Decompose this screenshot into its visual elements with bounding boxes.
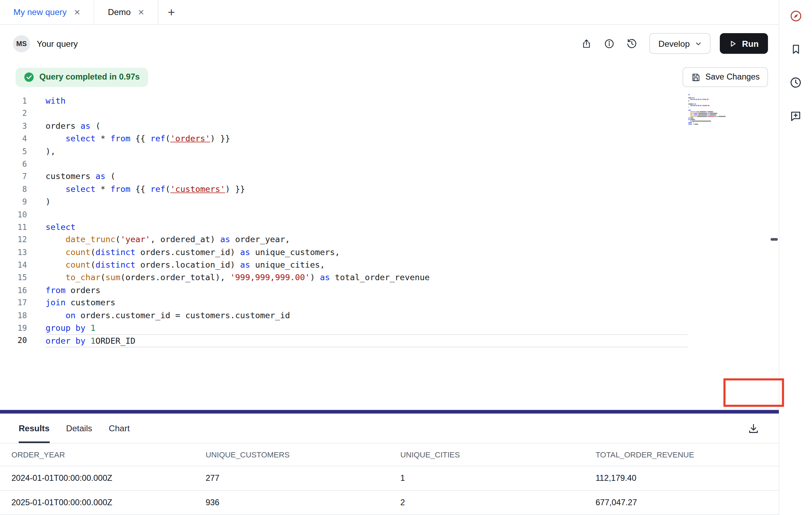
table-cell: 677,047.27	[584, 498, 779, 507]
panel-divider[interactable]	[0, 410, 779, 413]
line-number: 6	[0, 158, 27, 170]
status-message: Query completed in 0.97s	[39, 73, 140, 82]
save-label: Save Changes	[705, 73, 760, 82]
editor-line[interactable]: 13 count(distinct orders.customer_id) as…	[0, 246, 779, 259]
column-header: TOTAL_ORDER_REVENUE	[584, 450, 779, 459]
line-number: 19	[0, 322, 27, 335]
code-text: group by 1	[46, 322, 96, 335]
editor-line[interactable]: 10	[0, 208, 779, 221]
line-number: 1	[0, 95, 27, 107]
tab-bar: My new query ✕ Demo ✕ +	[0, 0, 779, 25]
table-row: 2024-01-01T00:00:00.000Z2771112,179.40	[0, 467, 779, 491]
editor-line[interactable]: 14 count(distinct orders.location_id) as…	[0, 259, 779, 271]
info-icon[interactable]	[603, 37, 615, 50]
editor-scroll-marker[interactable]	[770, 238, 778, 240]
code-text: on orders.customer_id = customers.custom…	[46, 309, 290, 322]
editor-line[interactable]: 6	[0, 158, 779, 170]
line-number: 15	[0, 271, 27, 284]
status-row: Query completed in 0.97s Save Changes	[0, 62, 779, 92]
new-tab-button[interactable]: +	[158, 0, 184, 24]
line-number: 11	[0, 221, 27, 233]
editor-line[interactable]: 5),	[0, 145, 779, 158]
code-text: select	[46, 221, 76, 233]
develop-label: Develop	[658, 39, 690, 48]
table-cell: 936	[194, 498, 389, 507]
line-number: 20	[0, 335, 27, 347]
editor-line[interactable]: 16from orders	[0, 284, 779, 297]
feedback-icon[interactable]	[788, 108, 803, 123]
app: My new query ✕ Demo ✕ + MS Your query	[0, 0, 812, 515]
tab-details[interactable]: Details	[66, 413, 92, 443]
share-icon[interactable]	[580, 37, 593, 50]
editor-line[interactable]: 11select	[0, 221, 779, 233]
history-clock-icon[interactable]	[788, 75, 803, 90]
column-header: UNIQUE_CITIES	[389, 450, 584, 459]
editor-line[interactable]: 20order by 1ORDER_ID	[0, 335, 779, 347]
main-panel: My new query ✕ Demo ✕ + MS Your query	[0, 0, 780, 515]
tab-label: My new query	[14, 7, 67, 17]
editor-line[interactable]: 9)	[0, 196, 779, 208]
editor-line[interactable]: 7customers as (	[0, 171, 779, 183]
run-button[interactable]: Run	[720, 33, 768, 54]
tab-chart[interactable]: Chart	[109, 413, 130, 443]
code-text: date_trunc('year', ordered_at) as order_…	[46, 233, 290, 246]
save-changes-button[interactable]: Save Changes	[682, 67, 768, 87]
tab-demo[interactable]: Demo ✕	[94, 0, 158, 24]
history-icon[interactable]	[626, 37, 638, 50]
code-text: to_char(sum(orders.order_total), '999,99…	[46, 271, 430, 284]
table-row: 2025-01-01T00:00:00.000Z9362677,047.27	[0, 491, 779, 515]
line-number: 16	[0, 284, 27, 297]
close-icon[interactable]: ✕	[74, 8, 81, 16]
results-tab-bar: Results Details Chart	[0, 413, 779, 443]
play-icon	[729, 39, 737, 47]
save-icon	[691, 72, 701, 82]
tab-my-new-query[interactable]: My new query ✕	[0, 0, 94, 24]
editor-line[interactable]: 4 select * from {{ ref('orders') }}	[0, 133, 779, 145]
editor-line[interactable]: 2	[0, 107, 779, 120]
code-text: join customers	[46, 297, 116, 309]
results-table-head: ORDER_YEARUNIQUE_CUSTOMERSUNIQUE_CITIEST…	[0, 443, 779, 466]
editor-line[interactable]: 3orders as (	[0, 120, 779, 133]
close-icon[interactable]: ✕	[138, 8, 145, 16]
table-cell: 1	[389, 473, 584, 483]
tab-label: Chart	[109, 423, 130, 433]
minimap[interactable]	[688, 94, 725, 127]
compass-icon[interactable]	[788, 9, 803, 23]
table-cell: 2	[389, 498, 584, 507]
editor-line[interactable]: 19group by 1	[0, 322, 779, 335]
status-badge: Query completed in 0.97s	[16, 68, 148, 87]
develop-dropdown[interactable]: Develop	[650, 33, 710, 54]
line-number: 12	[0, 233, 27, 246]
line-number: 8	[0, 183, 27, 196]
code-text: orders as (	[46, 120, 101, 133]
code-text: count(distinct orders.customer_id) as un…	[46, 246, 340, 259]
editor-line[interactable]: 1with	[0, 95, 779, 107]
code-text: with	[46, 95, 66, 107]
bookmark-icon[interactable]	[788, 42, 803, 57]
sql-editor[interactable]: 1with23orders as (4 select * from {{ ref…	[0, 92, 779, 410]
code-text: )	[46, 196, 51, 208]
line-number: 13	[0, 246, 27, 259]
check-circle-icon	[24, 72, 34, 82]
tab-results[interactable]: Results	[19, 413, 49, 443]
tab-label: Details	[66, 423, 92, 433]
editor-line[interactable]: 18 on orders.customer_id = customers.cus…	[0, 309, 779, 322]
results-table-body: 2024-01-01T00:00:00.000Z2771112,179.4020…	[0, 467, 779, 515]
editor-line[interactable]: 15 to_char(sum(orders.order_total), '999…	[0, 271, 779, 284]
editor-line[interactable]: 17join customers	[0, 297, 779, 309]
tab-label: Demo	[108, 7, 131, 17]
table-cell: 2025-01-01T00:00:00.000Z	[0, 498, 194, 507]
code-text: customers as (	[46, 171, 116, 183]
line-number: 17	[0, 297, 27, 309]
line-number: 5	[0, 145, 27, 158]
editor-line[interactable]: 12 date_trunc('year', ordered_at) as ord…	[0, 233, 779, 246]
table-cell: 277	[194, 473, 389, 483]
table-cell: 112,179.40	[584, 473, 779, 483]
code-text: select * from {{ ref('customers') }}	[46, 183, 245, 196]
line-number: 10	[0, 208, 27, 221]
code-text: order by 1ORDER_ID	[46, 335, 688, 347]
avatar: MS	[13, 35, 30, 52]
editor-line[interactable]: 8 select * from {{ ref('customers') }}	[0, 183, 779, 196]
line-number: 2	[0, 107, 27, 120]
download-results-button[interactable]	[747, 421, 760, 435]
